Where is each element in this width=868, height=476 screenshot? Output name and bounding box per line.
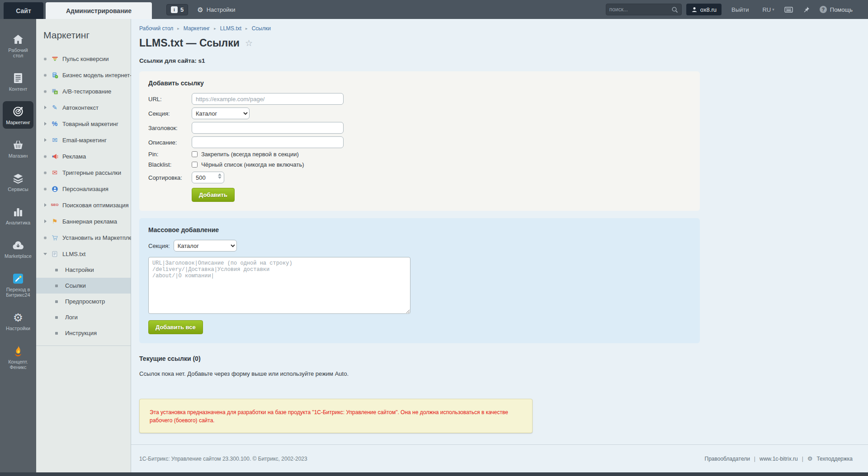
hotkeys-keyboard-icon[interactable] xyxy=(784,6,793,13)
url-input[interactable] xyxy=(192,93,344,105)
bullet-icon xyxy=(44,236,47,239)
rail-item-analytics[interactable]: Аналитика xyxy=(3,201,33,229)
blacklist-checkbox[interactable] xyxy=(192,162,198,168)
funnel-icon xyxy=(51,55,59,62)
bullet-icon xyxy=(55,285,58,287)
sidebar-item-llms-preview[interactable]: Предпросмотр xyxy=(36,294,131,309)
add-button[interactable]: Добавить xyxy=(192,188,235,202)
sidebar-item-llms-settings[interactable]: Настройки xyxy=(36,262,131,278)
language-selector[interactable]: RU ▾ xyxy=(762,6,774,13)
breadcrumb-separator-icon: ▸ xyxy=(214,26,216,31)
sidebar-item-llms-instruction[interactable]: Инструкция xyxy=(36,325,131,341)
sidebar-item-llms[interactable]: LLMS.txt xyxy=(36,246,131,262)
sort-label: Сортировка: xyxy=(148,174,192,181)
marketing-target-icon xyxy=(4,105,33,118)
pin-icon[interactable] xyxy=(803,6,810,13)
rail-item-phoenix[interactable]: Концепт. Феникс xyxy=(3,341,33,373)
bullet-icon xyxy=(44,155,47,158)
title-label: Заголовок: xyxy=(148,125,192,131)
bulk-add-panel: Массовое добавление Секция: Каталог Доба… xyxy=(139,218,700,343)
rail-item-marketplace[interactable]: Marketplace xyxy=(3,235,33,262)
chevron-down-icon: ▾ xyxy=(772,7,774,12)
module-rail: Рабочий стол Контент Маркетинг Магазин С… xyxy=(0,19,36,472)
banner-flag-icon: ⚑ xyxy=(51,218,59,225)
stepper-up-icon[interactable] xyxy=(218,173,222,176)
rail-item-label: Настройки xyxy=(4,326,33,331)
rail-item-desktop[interactable]: Рабочий стол xyxy=(3,29,33,62)
sidebar-item-personalization[interactable]: Персонализация xyxy=(36,181,131,197)
page-title: LLMS.txt — Ссылки xyxy=(139,37,240,49)
bulk-links-textarea[interactable] xyxy=(148,257,410,314)
search-input[interactable] xyxy=(609,6,671,13)
sidebar-item-trigger-mailings[interactable]: ✉ Триггерные рассылки xyxy=(36,164,131,181)
footer-link-site[interactable]: www.1c-bitrix.ru xyxy=(760,456,798,462)
bulk-section-select[interactable]: Каталог xyxy=(174,240,237,252)
sidebar-item-llms-links[interactable]: Ссылки xyxy=(36,278,131,294)
sidebar-item-ads[interactable]: Реклама xyxy=(36,148,131,164)
bullet-icon xyxy=(44,57,47,60)
search-box xyxy=(606,4,682,15)
rail-item-shop[interactable]: Магазин xyxy=(3,135,33,162)
user-label: ox8.ru xyxy=(700,6,717,13)
favorite-star-icon[interactable]: ☆ xyxy=(245,38,253,48)
breadcrumb-link-marketing[interactable]: Маркетинг xyxy=(184,25,210,32)
add-all-button[interactable]: Добавить все xyxy=(148,320,203,334)
rail-item-bitrix24[interactable]: Переход в Битрикс24 xyxy=(3,268,33,301)
sidebar-item-ab-testing[interactable]: B A/B-тестирование xyxy=(36,83,131,99)
sidebar-item-business-model[interactable]: Бизнес модель интернет-магазина xyxy=(36,67,131,83)
search-icon[interactable] xyxy=(671,6,678,13)
rail-item-services[interactable]: Сервисы xyxy=(3,168,33,196)
rail-item-label: Сервисы xyxy=(4,187,33,192)
top-bar: Сайт Администрирование i 5 ⚙ Настройки o… xyxy=(0,0,868,19)
breadcrumb-link-llms[interactable]: LLMS.txt xyxy=(220,25,241,32)
sidebar-item-seo[interactable]: SEO Поисковая оптимизация xyxy=(36,197,131,213)
tab-site[interactable]: Сайт xyxy=(4,2,43,19)
topbar-settings-button[interactable]: ⚙ Настройки xyxy=(197,6,235,13)
settings-gear-icon: ⚙ xyxy=(4,311,33,324)
title-input[interactable] xyxy=(192,122,344,134)
bullet-icon xyxy=(44,74,47,76)
sidebar-item-product-marketing[interactable]: % Товарный маркетинг xyxy=(36,116,131,132)
rail-item-label: Магазин xyxy=(4,153,33,159)
number-stepper[interactable] xyxy=(218,173,222,179)
warning-text: Эта установка предназначена для разработ… xyxy=(150,409,508,424)
sidebar-item-banner-ads[interactable]: ⚑ Баннерная реклама xyxy=(36,213,131,229)
rail-item-marketing[interactable]: Маркетинг xyxy=(3,101,33,129)
description-input[interactable] xyxy=(192,136,344,148)
main-content: Рабочий стол ▸ Маркетинг ▸ LLMS.txt ▸ Сс… xyxy=(131,19,868,472)
sidebar-title: Маркетинг xyxy=(36,30,131,41)
footer-link-support[interactable]: Техподдержка xyxy=(816,456,853,462)
logout-link[interactable]: Выйти xyxy=(731,6,749,13)
user-menu[interactable]: ox8.ru xyxy=(686,4,722,15)
help-button[interactable]: ? Помощь xyxy=(820,6,853,13)
language-label: RU xyxy=(762,6,771,13)
percent-icon: % xyxy=(51,120,59,127)
breadcrumb-link-links[interactable]: Ссылки xyxy=(252,25,271,32)
bullet-icon xyxy=(44,187,47,190)
stepper-down-icon[interactable] xyxy=(218,177,222,179)
footer-link-rights[interactable]: Правообладатели xyxy=(705,456,750,462)
description-label: Описание: xyxy=(148,139,192,146)
page-subtitle: Ссылки для сайта: s1 xyxy=(139,57,868,64)
breadcrumb: Рабочий стол ▸ Маркетинг ▸ LLMS.txt ▸ Сс… xyxy=(139,25,868,32)
sidebar-item-conversion-pulse[interactable]: Пульс конверсии xyxy=(36,51,131,67)
business-model-icon xyxy=(51,71,59,79)
notifications-badge[interactable]: i 5 xyxy=(166,4,188,15)
sidebar-item-llms-logs[interactable]: Логи xyxy=(36,309,131,325)
pin-checkbox[interactable] xyxy=(192,151,198,157)
tab-administration[interactable]: Администрирование xyxy=(46,2,152,19)
rail-item-label: Концепт. Феникс xyxy=(4,359,33,370)
breadcrumb-link-desktop[interactable]: Рабочий стол xyxy=(139,25,173,32)
section-select[interactable]: Каталог xyxy=(192,107,250,119)
sidebar-item-email-marketing[interactable]: ✉ Email-маркетинг xyxy=(36,132,131,148)
notifications-count: 5 xyxy=(180,6,184,13)
add-link-panel: Добавить ссылку URL: Секция: Каталог Заг… xyxy=(139,71,700,211)
rail-item-content[interactable]: Контент xyxy=(3,68,33,95)
services-layers-icon xyxy=(4,172,33,185)
analytics-bars-icon xyxy=(4,205,33,218)
sidebar-item-autocontext[interactable]: ✎ Автоконтекст xyxy=(36,99,131,116)
sidebar-item-install-marketplace[interactable]: Установить из Маркетплейс xyxy=(36,229,131,246)
marketplace-cart-icon xyxy=(51,234,59,241)
expand-arrow-icon xyxy=(44,138,47,142)
rail-item-settings[interactable]: ⚙ Настройки xyxy=(3,307,33,335)
